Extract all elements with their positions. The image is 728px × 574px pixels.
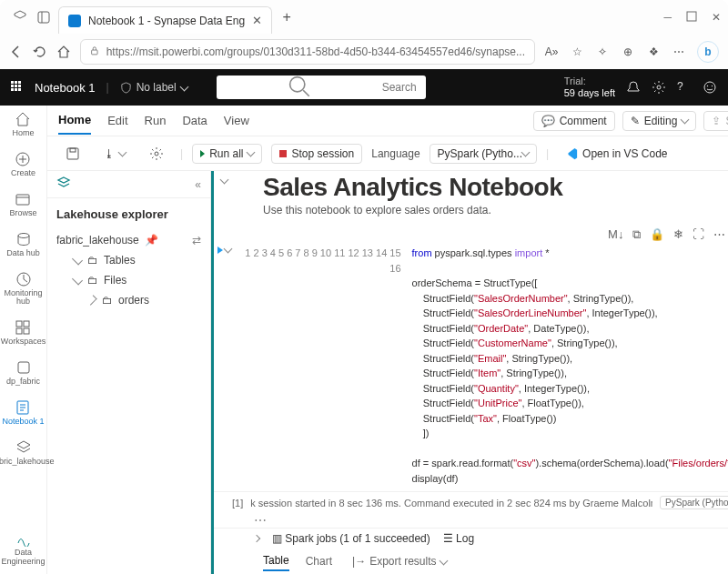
- lock-cell-icon[interactable]: 🔒: [650, 227, 664, 242]
- tab-data[interactable]: Data: [182, 107, 207, 134]
- tab-view[interactable]: View: [224, 107, 249, 134]
- gear-button[interactable]: [142, 144, 171, 164]
- tab-home[interactable]: Home: [58, 106, 91, 135]
- rail-lakehouse[interactable]: fabric_lakehouse: [0, 439, 55, 467]
- more-icon[interactable]: ⋯: [672, 45, 686, 59]
- settings-icon[interactable]: [652, 80, 666, 95]
- close-window-icon[interactable]: ✕: [712, 11, 721, 24]
- share-button[interactable]: ⇪ Share: [703, 111, 728, 131]
- collapse-panel-icon[interactable]: «: [195, 178, 201, 191]
- markdown-toggle-icon[interactable]: M↓: [608, 227, 623, 242]
- maximize-icon[interactable]: [686, 11, 697, 25]
- new-tab-button[interactable]: +: [279, 10, 294, 25]
- workspace-icon[interactable]: [13, 10, 27, 25]
- lakehouse-icon: [56, 176, 71, 193]
- bing-icon[interactable]: b: [697, 41, 719, 63]
- rail-notebook1[interactable]: Notebook 1: [2, 399, 44, 427]
- output-tab-chart[interactable]: Chart: [306, 555, 332, 570]
- browser-titlebar: Notebook 1 - Synapse Data Eng ✕ + ─ ✕: [0, 0, 728, 35]
- rail-datahub[interactable]: Data hub: [6, 231, 40, 258]
- svg-point-7: [704, 82, 715, 93]
- language-select[interactable]: PySpark (Pytho...: [430, 144, 537, 164]
- rail-create[interactable]: Create: [11, 151, 35, 178]
- favorite-icon[interactable]: ☆: [570, 45, 584, 59]
- copy-cell-icon[interactable]: ⧉: [632, 227, 641, 242]
- code-cell[interactable]: 1 2 3 4 5 6 7 8 9 10 11 12 13 14 15 16 f…: [214, 246, 728, 486]
- output-tab-table[interactable]: Table: [263, 554, 289, 571]
- exec-lang-badge: PySpark (Python): [660, 496, 728, 509]
- editing-button[interactable]: ✎ Editing: [622, 111, 697, 131]
- execution-info: [1] k session started in 8 sec 136 ms. C…: [214, 491, 728, 513]
- search-box[interactable]: Search: [217, 76, 426, 99]
- comment-button[interactable]: 💬 Comment: [533, 111, 615, 131]
- svg-rect-18: [18, 362, 29, 373]
- code-source[interactable]: from pyspark.sql.types import * orderSch…: [412, 246, 728, 486]
- svg-point-22: [155, 152, 158, 156]
- exec-message: k session started in 8 sec 136 ms. Comma…: [250, 498, 652, 509]
- svg-point-6: [657, 86, 661, 89]
- help-icon[interactable]: ?: [677, 80, 692, 95]
- tab-edit[interactable]: Edit: [107, 107, 127, 134]
- favorites-bar-icon[interactable]: ✧: [595, 45, 610, 59]
- stop-button[interactable]: Stop session: [271, 144, 362, 164]
- svg-point-8: [707, 86, 708, 86]
- open-vscode-button[interactable]: Open in VS Code: [558, 145, 674, 163]
- search-icon: [226, 76, 375, 99]
- close-tab-icon[interactable]: ✕: [252, 14, 262, 27]
- rail-browse[interactable]: Browse: [9, 191, 36, 218]
- home-icon[interactable]: [56, 45, 71, 59]
- language-label: Language: [371, 147, 420, 160]
- notebook-subtitle: Use this notebook to explore sales order…: [263, 204, 728, 217]
- notebook-name[interactable]: Notebook 1: [35, 81, 96, 95]
- tables-node[interactable]: 🗀 Tables: [47, 250, 210, 270]
- expand-cell-icon[interactable]: ⛶: [693, 227, 704, 242]
- cell-toolbar: M↓ ⧉ 🔒 ❄ ⛶ ⋯ 🗑: [214, 224, 728, 246]
- reader-icon[interactable]: A»: [544, 45, 559, 59]
- extensions-icon[interactable]: ❖: [646, 45, 661, 59]
- svg-rect-14: [16, 321, 22, 327]
- save-button[interactable]: [58, 144, 87, 164]
- minimize-icon[interactable]: ─: [663, 11, 672, 24]
- refresh-icon[interactable]: [33, 45, 47, 59]
- browser-tab[interactable]: Notebook 1 - Synapse Data Eng ✕: [58, 6, 272, 34]
- browser-addressbar: https://msit.powerbi.com/groups/0130d311…: [0, 35, 728, 69]
- svg-rect-11: [16, 195, 29, 205]
- lakehouse-explorer: « Lakehouse explorer fabric_lakehouse 📌 …: [47, 171, 211, 574]
- rail-data-engineering[interactable]: Data Engineering: [0, 530, 46, 567]
- files-node[interactable]: 🗀 Files: [47, 270, 210, 290]
- notifications-icon[interactable]: [626, 80, 641, 95]
- run-cell-icon[interactable]: [217, 247, 223, 254]
- sensitivity-label[interactable]: No label: [120, 81, 187, 94]
- tab-run[interactable]: Run: [145, 107, 167, 134]
- toolbar: ⭳ | Run all Stop session Language PySpar…: [47, 136, 728, 171]
- collections-icon[interactable]: ⊕: [621, 45, 635, 59]
- sidebar-toggle-icon[interactable]: [36, 10, 51, 25]
- refresh-explorer-icon[interactable]: ⇄: [192, 234, 201, 247]
- back-icon[interactable]: [9, 45, 24, 59]
- rail-workspaces[interactable]: Workspaces: [1, 319, 46, 347]
- runall-button[interactable]: Run all: [192, 144, 262, 164]
- url-text: https://msit.powerbi.com/groups/0130d311…: [106, 45, 525, 58]
- spark-jobs-row[interactable]: ▥ Spark jobs (1 of 1 succeeded) ☰ Log ⚙: [214, 528, 728, 549]
- orders-node[interactable]: 🗀 orders: [47, 290, 210, 310]
- explorer-title: Lakehouse explorer: [47, 198, 210, 230]
- freeze-cell-icon[interactable]: ❄: [673, 227, 683, 242]
- download-button[interactable]: ⭳: [96, 145, 133, 163]
- app-launcher-icon[interactable]: [11, 81, 24, 94]
- svg-point-12: [18, 233, 29, 237]
- svg-rect-21: [70, 148, 76, 152]
- rail-home[interactable]: Home: [12, 111, 34, 138]
- pin-icon[interactable]: 📌: [145, 234, 158, 247]
- notebook-area: Sales Analytics Notebook Use this notebo…: [211, 171, 728, 574]
- feedback-icon[interactable]: [703, 80, 717, 95]
- lakehouse-node[interactable]: fabric_lakehouse 📌 ⇄: [47, 230, 210, 250]
- more-cell-icon[interactable]: ⋯: [713, 227, 725, 242]
- rail-dpfabric[interactable]: dp_fabric: [6, 359, 40, 387]
- rail-monitoring[interactable]: Monitoring hub: [0, 271, 46, 307]
- url-box[interactable]: https://msit.powerbi.com/groups/0130d311…: [80, 39, 535, 65]
- output-tabs: Table Chart |→ Export results: [214, 549, 728, 574]
- export-results-button[interactable]: |→ Export results: [352, 555, 446, 570]
- svg-rect-17: [24, 328, 29, 334]
- line-numbers: 1 2 3 4 5 6 7 8 9 10 11 12 13 14 15 16: [241, 246, 412, 486]
- svg-rect-0: [38, 12, 49, 23]
